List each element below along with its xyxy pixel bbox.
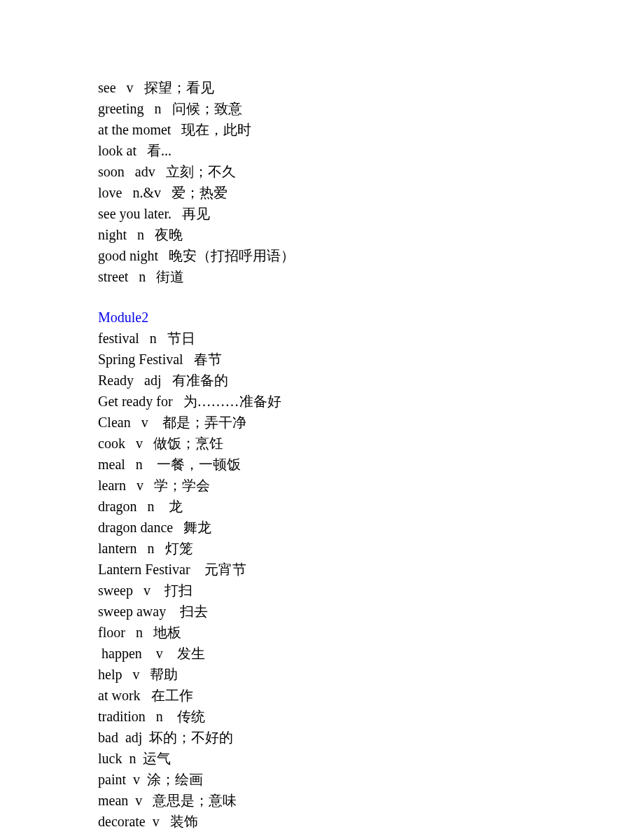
vocab-block-2: festival n 节日Spring Festival 春节Ready adj… [98, 328, 644, 834]
vocab-entry: bad adj 坏的；不好的 [98, 727, 644, 748]
module2-heading: Module2 [98, 307, 644, 328]
vocab-entry: Clean v 都是；弄干净 [98, 412, 644, 433]
vocab-entry: see you later. 再见 [98, 203, 644, 224]
vocab-block-1: see v 探望；看见greeting n 问候；致意at the momet … [98, 77, 644, 287]
vocab-entry: Spring Festival 春节 [98, 349, 644, 370]
vocab-entry: at work 在工作 [98, 685, 644, 706]
vocab-entry: Ready adj 有准备的 [98, 370, 644, 391]
vocab-entry: dragon dance 舞龙 [98, 517, 644, 538]
vocab-entry: sweep v 打扫 [98, 580, 644, 601]
vocab-entry: look at 看... [98, 140, 644, 161]
vocab-entry: learn v 学；学会 [98, 475, 644, 496]
vocab-entry: love n.&v 爱；热爱 [98, 182, 644, 203]
vocab-entry: lantern n 灯笼 [98, 538, 644, 559]
vocab-entry: soon adv 立刻；不久 [98, 161, 644, 182]
vocab-entry: good night 晚安（打招呼用语） [98, 245, 644, 266]
vocab-entry: street n 街道 [98, 266, 644, 287]
vocab-entry: tradition n 传统 [98, 706, 644, 727]
vocab-entry: help v 帮助 [98, 664, 644, 685]
vocab-entry: see v 探望；看见 [98, 77, 644, 98]
vocab-entry: Get ready for 为………准备好 [98, 391, 644, 412]
vocab-entry: mean v 意思是；意味 [98, 790, 644, 811]
vocab-entry: luck n 运气 [98, 748, 644, 769]
vocab-entry: meal n 一餐，一顿饭 [98, 454, 644, 475]
vocab-entry: happen v 发生 [98, 643, 644, 664]
vocab-entry: night n 夜晚 [98, 224, 644, 245]
vocab-entry: greeting n 问候；致意 [98, 98, 644, 119]
vocab-entry: dragon n 龙 [98, 496, 644, 517]
vocab-entry: sweep away 扫去 [98, 601, 644, 622]
vocab-entry: floor n 地板 [98, 622, 644, 643]
vocab-entry: at the momet 现在，此时 [98, 119, 644, 140]
vocab-entry: cook v 做饭；烹饪 [98, 433, 644, 454]
vocab-entry: Lantern Festivar 元宵节 [98, 559, 644, 580]
document-page: see v 探望；看见greeting n 问候；致意at the momet … [0, 0, 644, 834]
vocab-entry: decorate v 装饰 [98, 811, 644, 832]
vocab-entry: festival n 节日 [98, 328, 644, 349]
vocab-entry: paint v 涂；绘画 [98, 769, 644, 790]
